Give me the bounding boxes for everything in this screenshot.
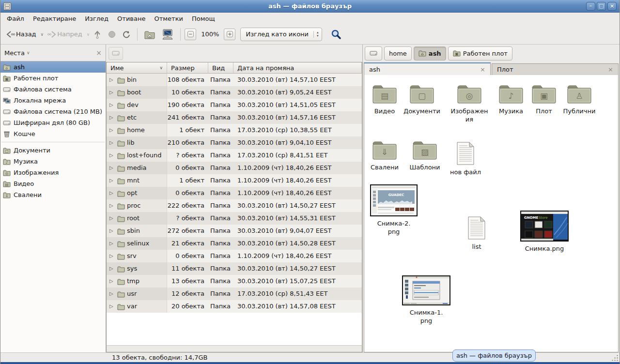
column-header-3[interactable]: Дата на промяна — [233, 62, 362, 74]
tab-плот[interactable]: Плот× — [492, 63, 619, 75]
places-selector[interactable]: Места ∨ — [4, 49, 30, 57]
table-row[interactable]: ▷ mnt1 обектПапка1.10.2009 (чт) 18,40,26… — [107, 174, 362, 187]
table-row[interactable]: ▷ sys11 обектаПапка30.03.2010 (вт) 14,50… — [107, 262, 362, 275]
file-icon-документи[interactable]: ▢Документи — [402, 84, 442, 115]
sidebar-item-изображения[interactable]: ◎Изображения — [0, 167, 106, 178]
sidebar-item-файлова-система[interactable]: Файлова система — [0, 84, 106, 95]
table-row[interactable]: ▷ srv0 обектаПапка1.10.2009 (чт) 18,40,2… — [107, 250, 362, 262]
file-icon-публични[interactable]: ♙Публични — [559, 84, 600, 115]
sidebar-item-ash[interactable]: ⌂ash — [0, 61, 106, 73]
expander-icon[interactable]: ▷ — [109, 237, 115, 250]
breadcrumb-home[interactable]: home — [384, 46, 412, 61]
expander-icon[interactable]: ▷ — [109, 136, 115, 149]
sidebar-item-локална-мрежа[interactable]: Локална мрежа — [0, 95, 106, 106]
table-row[interactable]: ▷ root? обектаПапка30.03.2010 (вт) 14,55… — [107, 212, 362, 225]
expander-icon[interactable]: ▷ — [109, 199, 115, 212]
expander-icon[interactable]: ▷ — [109, 111, 115, 124]
back-button[interactable]: Назад — [3, 29, 39, 40]
table-row[interactable]: ▷ lib210 обектаПапка30.03.2010 (вт) 9,04… — [107, 136, 362, 149]
file-icon-list[interactable]: list — [456, 216, 497, 251]
sidebar-item-свалени[interactable]: ⇓Свалени — [0, 189, 106, 200]
expander-icon[interactable]: ▷ — [109, 149, 115, 162]
table-row[interactable]: ▷ bin108 обектаПапка30.03.2010 (вт) 14,5… — [107, 74, 362, 86]
sidebar-item-шифриран-дял-(80-gb)[interactable]: Шифриран дял (80 GB) — [0, 117, 106, 128]
expander-icon[interactable]: ▷ — [109, 86, 115, 99]
table-row[interactable]: ▷ dev190 обектаПапка30.03.2010 (вт) 14,5… — [107, 99, 362, 111]
table-row[interactable]: ▷ selinux21 обектаПапка30.03.2010 (вт) 1… — [107, 237, 362, 250]
sidebar-item-работен-плот[interactable]: ▣Работен плот — [0, 73, 106, 84]
sidebar-item-музика[interactable]: ♪Музика — [0, 156, 106, 167]
file-icon-нов-файл[interactable]: нов файл — [445, 142, 486, 176]
table-row[interactable]: ▷ var20 обектаПапка30.03.2010 (вт) 14,57… — [107, 300, 362, 313]
table-row[interactable]: ▷ boot10 обектаПапка30.03.2010 (вт) 9,05… — [107, 86, 362, 99]
breadcrumb-Работен плот[interactable]: ▣Работен плот — [448, 46, 512, 61]
expander-icon[interactable]: ▷ — [109, 174, 115, 187]
maximize-button[interactable]: □ — [597, 2, 606, 11]
reload-button[interactable] — [120, 29, 133, 40]
stop-button[interactable] — [105, 29, 119, 40]
tab-close-icon[interactable]: × — [608, 66, 613, 73]
menu-редактиране[interactable]: Редактиране — [29, 14, 80, 24]
minimize-button[interactable]: – — [586, 2, 595, 11]
expander-icon[interactable]: ▷ — [109, 250, 115, 262]
table-row[interactable]: ▷ media0 обектаПапка1.10.2009 (чт) 18,40… — [107, 162, 362, 174]
expander-icon[interactable]: ▷ — [109, 225, 115, 237]
table-row[interactable]: ▷ opt0 обектаПапка1.10.2009 (чт) 18,40,2… — [107, 187, 362, 199]
column-header-1[interactable]: Размер — [167, 62, 208, 74]
sidebar-item-кошче[interactable]: Кошче — [0, 128, 106, 139]
file-icon-изображения[interactable]: ◎Изображения — [449, 84, 490, 123]
menu-изглед[interactable]: Изглед — [80, 14, 113, 24]
table-row[interactable]: ▷ home1 обектПапка17.03.2010 (ср) 10,38,… — [107, 124, 362, 136]
breadcrumb-root[interactable] — [365, 46, 382, 61]
tab-close-icon[interactable]: × — [480, 66, 485, 73]
expander-icon[interactable]: ▷ — [109, 212, 115, 225]
file-icon-снимка-2.png[interactable]: GUADECСнимка-2.png — [370, 184, 418, 236]
zoom-out-button[interactable]: − — [185, 29, 196, 40]
expander-icon[interactable]: ▷ — [109, 300, 115, 313]
sidebar-item-файлова-система-(210-mb)[interactable]: Файлова система (210 MB) — [0, 106, 106, 117]
up-button[interactable] — [91, 29, 104, 40]
expander-icon[interactable]: ▷ — [109, 74, 115, 86]
forward-button[interactable]: Напред — [45, 29, 85, 40]
table-row[interactable]: ▷ etc241 обектаПапка30.03.2010 (вт) 14,5… — [107, 111, 362, 124]
column-header-2[interactable]: Вид — [208, 62, 233, 74]
tab-ash[interactable]: ash× — [364, 62, 491, 75]
sidebar-close-icon[interactable]: × — [96, 49, 102, 57]
expander-icon[interactable]: ▷ — [109, 187, 115, 199]
file-icon-шаблони[interactable]: ▨Шаблони — [404, 140, 445, 171]
sidebar-item-документи[interactable]: ▢Документи — [0, 145, 106, 156]
breadcrumb-ash[interactable]: ⌂ash — [414, 46, 446, 61]
horizontal-scrollbar[interactable] — [106, 345, 362, 352]
expander-icon[interactable]: ▷ — [109, 124, 115, 136]
forward-dropdown[interactable]: ∨ — [87, 32, 90, 37]
zoom-in-button[interactable]: + — [224, 29, 235, 40]
table-row[interactable]: ▷ lost+found? обектаПапка17.03.2010 (ср)… — [107, 149, 362, 162]
taskbar-window-button[interactable]: ash — файлов браузър — [452, 349, 536, 362]
file-icon-свалени[interactable]: ⇓Свалени — [364, 140, 405, 171]
file-icon-снимка.png[interactable]: GNOMEStoreСнимка.png — [520, 211, 569, 253]
expander-icon[interactable]: ▷ — [109, 99, 115, 111]
file-icon-снимка-1.png[interactable]: Снимка-1.png — [402, 275, 450, 325]
file-icon-плот[interactable]: ▣Плот — [524, 84, 564, 115]
sidebar-item-видео[interactable]: ▤Видео — [0, 178, 106, 189]
column-header-0[interactable]: Име∨ — [107, 62, 167, 74]
computer-button[interactable] — [159, 27, 176, 42]
menu-помощ[interactable]: Помощ — [187, 14, 219, 24]
menu-отметки[interactable]: Отметки — [150, 14, 187, 24]
home-button[interactable] — [141, 28, 158, 41]
expander-icon[interactable]: ▷ — [109, 262, 115, 275]
table-row[interactable]: ▷ sbin272 обектаПапка30.03.2010 (вт) 9,0… — [107, 225, 362, 237]
table-row[interactable]: ▷ tmp13 обектаПапка30.03.2010 (вт) 15,07… — [107, 275, 362, 288]
resize-grip[interactable] — [611, 354, 618, 361]
file-icon-видео[interactable]: ▤Видео — [364, 84, 405, 115]
table-row[interactable]: ▷ proc222 обектаПапка30.03.2010 (вт) 14,… — [107, 199, 362, 212]
expander-icon[interactable]: ▷ — [109, 288, 115, 300]
search-button[interactable] — [328, 27, 344, 42]
view-mode-select[interactable]: Изглед като икони ▴▾ — [240, 28, 322, 41]
table-row[interactable]: ▷ usr12 обектаПапка17.03.2010 (ср) 8,51,… — [107, 288, 362, 300]
back-dropdown[interactable]: ∨ — [41, 32, 44, 37]
close-button[interactable]: × — [607, 2, 617, 11]
expander-icon[interactable]: ▷ — [109, 275, 115, 288]
tree-root-button[interactable] — [108, 47, 123, 60]
menu-файл[interactable]: Файл — [2, 14, 29, 24]
